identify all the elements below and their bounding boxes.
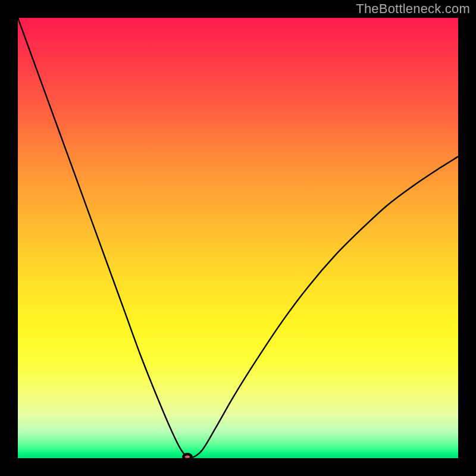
bottleneck-curve: [18, 18, 458, 458]
curve-svg: [18, 18, 458, 458]
chart-frame: TheBottleneck.com: [0, 0, 476, 476]
watermark-label: TheBottleneck.com: [356, 1, 470, 17]
plot-area: [18, 18, 458, 458]
optimum-marker: [183, 454, 191, 458]
